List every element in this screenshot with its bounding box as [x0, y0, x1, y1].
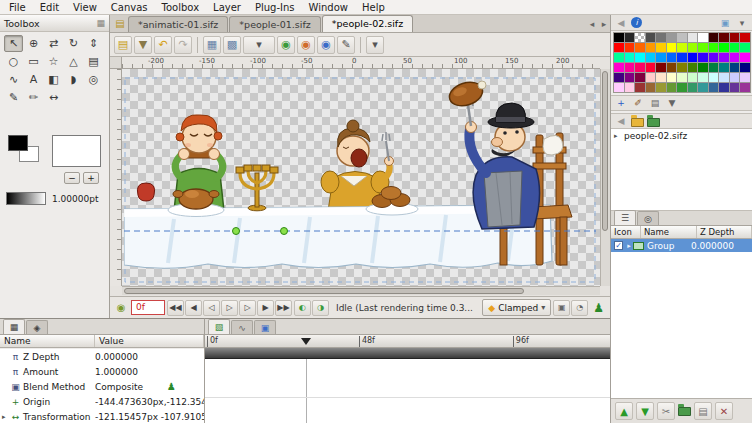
palette-swatch[interactable]: [677, 33, 687, 42]
options-dropdown-icon[interactable]: ▾: [366, 36, 384, 54]
text-tool[interactable]: A: [24, 71, 43, 88]
palette-swatch[interactable]: [719, 33, 729, 42]
layer-row-group[interactable]: ✓ ▸ Group 0.000000: [611, 239, 752, 252]
decrease-width-button[interactable]: −: [64, 172, 80, 184]
palette-swatch[interactable]: [667, 33, 677, 42]
quality-dropdown[interactable]: ▾: [243, 36, 275, 54]
palette-swatch[interactable]: [667, 53, 677, 62]
palette-swatch[interactable]: [709, 83, 719, 92]
play-button[interactable]: ▷: [221, 300, 238, 316]
open-icon[interactable]: ▤: [114, 36, 132, 54]
menu-toolbox[interactable]: Toolbox: [155, 2, 207, 13]
info-icon[interactable]: i: [631, 17, 642, 28]
polygon-tool[interactable]: △: [64, 53, 83, 70]
seek-begin-button[interactable]: ◀◀: [167, 300, 184, 316]
expander-icon[interactable]: ▸: [625, 242, 633, 250]
param-row-blend-method[interactable]: ▣Blend MethodComposite♟: [0, 379, 204, 394]
palette-swatch[interactable]: [646, 83, 656, 92]
panel-menu-icon[interactable]: ▾: [735, 16, 749, 29]
preview-icon[interactable]: ◉: [317, 36, 335, 54]
tab-library[interactable]: ◎: [637, 211, 659, 225]
palette-swatch[interactable]: [730, 33, 740, 42]
palette-swatch[interactable]: [709, 43, 719, 52]
palette-swatch[interactable]: [719, 83, 729, 92]
palette-swatch[interactable]: [740, 43, 750, 52]
tab-layers[interactable]: ☰: [614, 210, 636, 225]
palette-swatch[interactable]: [635, 33, 645, 42]
param-row-amount[interactable]: πAmount1.000000: [0, 364, 204, 379]
mirror-tool[interactable]: ⇄: [44, 35, 63, 52]
palette-swatch[interactable]: [719, 63, 729, 72]
undo-icon[interactable]: ↶: [154, 36, 172, 54]
rectangle-tool[interactable]: ▭: [24, 53, 43, 70]
current-time-field[interactable]: 0f: [131, 300, 165, 315]
palette-swatch[interactable]: [709, 63, 719, 72]
menu-canvas[interactable]: Canvas: [104, 2, 155, 13]
animate-mode-icon[interactable]: ♟: [593, 301, 604, 315]
palette-swatch[interactable]: [698, 73, 708, 82]
palette-swatch[interactable]: [688, 33, 698, 42]
palette-swatch[interactable]: [730, 83, 740, 92]
palette-swatch[interactable]: [698, 43, 708, 52]
palette-swatch[interactable]: [740, 73, 750, 82]
palette-swatch[interactable]: [667, 63, 677, 72]
palette-swatch[interactable]: [625, 73, 635, 82]
param-value[interactable]: Composite: [95, 382, 204, 392]
palette-swatch[interactable]: [614, 43, 624, 52]
menu-view[interactable]: View: [66, 2, 104, 13]
expander-icon[interactable]: ▸: [614, 132, 622, 140]
menu-file[interactable]: File: [2, 2, 33, 13]
palette-swatch[interactable]: [677, 83, 687, 92]
palette-swatch[interactable]: [625, 83, 635, 92]
palette-swatch[interactable]: [667, 83, 677, 92]
seek-end-button[interactable]: ▶▶: [275, 300, 292, 316]
scale-tool[interactable]: ⇕: [84, 35, 103, 52]
palette-swatch[interactable]: [688, 83, 698, 92]
column-zdepth[interactable]: Z Depth: [697, 226, 752, 238]
open-folder-icon[interactable]: [631, 118, 644, 127]
palette-swatch[interactable]: [719, 43, 729, 52]
palette-swatch[interactable]: [646, 33, 656, 42]
palette-swatch[interactable]: [698, 83, 708, 92]
horizontal-scrollbar[interactable]: [122, 286, 600, 295]
new-group-icon[interactable]: [678, 407, 691, 416]
palette-swatch[interactable]: [656, 43, 666, 52]
palette-swatch[interactable]: [656, 83, 666, 92]
redo-icon[interactable]: ↷: [174, 36, 192, 54]
panel-tab-icon[interactable]: ▣: [718, 16, 732, 29]
canvas-menu-icon[interactable]: ▤: [112, 18, 128, 29]
palette-swatch[interactable]: [698, 63, 708, 72]
circle-tool[interactable]: ○: [4, 53, 23, 70]
edit-canvas-icon[interactable]: ✎: [337, 36, 355, 54]
palette-swatch[interactable]: [688, 73, 698, 82]
menu-help[interactable]: Help: [355, 2, 392, 13]
lower-layer-icon[interactable]: ▼: [636, 402, 654, 420]
tab-timetrack[interactable]: ▧: [208, 319, 230, 334]
palette-swatch[interactable]: [688, 63, 698, 72]
param-value[interactable]: -144.473630px,-112.3540: [95, 397, 204, 407]
tab-keyframes[interactable]: ◈: [26, 320, 48, 334]
add-color-icon[interactable]: +: [614, 97, 628, 110]
save-icon[interactable]: ▼: [134, 36, 152, 54]
palette-swatch[interactable]: [740, 33, 750, 42]
palette-swatch[interactable]: [635, 43, 645, 52]
palette-swatch[interactable]: [614, 63, 624, 72]
dock-grip-icon[interactable]: ▦: [96, 18, 105, 28]
palette-swatch[interactable]: [635, 63, 645, 72]
palette-swatch[interactable]: [730, 43, 740, 52]
star-tool[interactable]: ☆: [44, 53, 63, 70]
palette-swatch[interactable]: [740, 63, 750, 72]
gradient-tool[interactable]: ▤: [84, 53, 103, 70]
interpolation-dropdown[interactable]: ◆ Clamped ▾: [482, 299, 551, 316]
palette-swatch[interactable]: [625, 43, 635, 52]
save-palette-icon[interactable]: ▼: [665, 97, 679, 110]
tab-children[interactable]: ▣: [254, 320, 276, 334]
palette-swatch[interactable]: [625, 63, 635, 72]
sketch-tool[interactable]: ✏: [24, 89, 43, 106]
past-keyframe-lock-icon[interactable]: ◐: [294, 300, 311, 316]
scrollbar-thumb[interactable]: [124, 288, 524, 294]
palette-swatch[interactable]: [698, 53, 708, 62]
palette-swatch[interactable]: [614, 83, 624, 92]
browser-row[interactable]: ▸ people-02.sifz: [611, 129, 752, 143]
palette-swatch[interactable]: [688, 53, 698, 62]
